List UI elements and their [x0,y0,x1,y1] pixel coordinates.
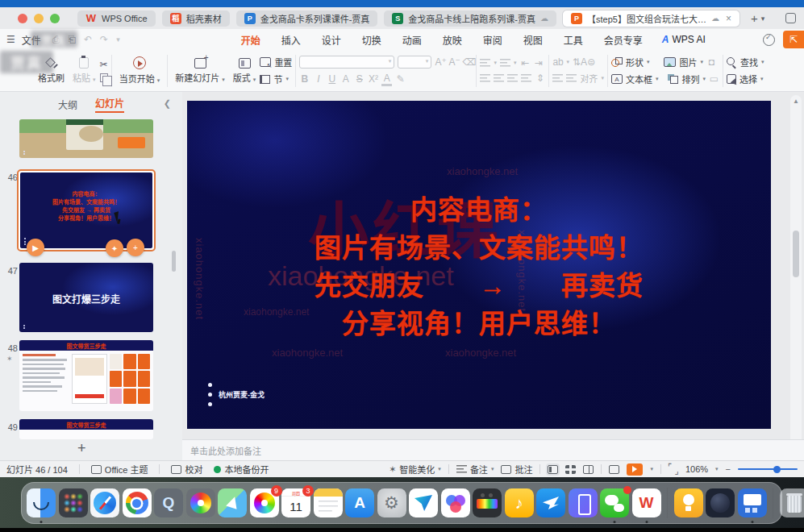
decrease-indent-icon[interactable]: ⇤ [519,57,530,69]
notes-button[interactable]: 备注 ▾ [456,463,494,476]
align-left-icon[interactable] [480,74,490,82]
collapse-panel-icon[interactable]: ❮ [164,98,171,109]
dock-speaker-app-icon[interactable] [706,488,735,517]
cut-icon[interactable]: ✂ [100,60,108,69]
new-tab-button[interactable]: + [751,11,758,25]
dock-safari-icon[interactable] [90,488,119,517]
slideshow-play-button[interactable] [627,463,643,476]
dock-photos-icon[interactable]: 9 [250,488,279,517]
tab-doc-2[interactable]: S 金戈商品卡线上陪跑系列课-贾真 ☁ [384,10,556,27]
tab-slides[interactable]: 幻灯片 [95,96,124,113]
find-button[interactable]: 查找▾ [727,56,764,69]
line-spacing-icon[interactable]: ⇕ [535,73,545,84]
dock-chrome-icon[interactable] [123,488,152,517]
underline-button[interactable]: U [327,73,337,85]
bullet-list-icon[interactable] [480,59,490,67]
dock-lightbulb-app-icon[interactable] [674,488,703,517]
scrollbar-thumb[interactable] [793,231,799,277]
normal-view-icon[interactable] [548,465,558,474]
new-slide-plus-button[interactable]: + [77,440,86,457]
close-tab-icon[interactable]: × [726,13,731,24]
select-button[interactable]: 选择▾ [727,73,764,85]
superscript-button[interactable]: X² [368,73,378,85]
tab-home[interactable]: 开始 [241,33,260,47]
outline-color-icon[interactable]: ▭ [709,73,719,85]
export-icon[interactable] [609,465,619,474]
dock-notes-icon[interactable] [314,488,343,517]
fill-color-icon[interactable]: ◘ [706,56,717,68]
dock-phone-mirror-icon[interactable] [569,488,598,517]
bold-button[interactable]: B [299,73,310,85]
tab-outline[interactable]: 大纲 [58,98,77,111]
new-slide-button[interactable]: 新建幻灯片 ▾ [171,56,229,85]
redo-icon[interactable]: ↷ [100,34,108,45]
tab-design[interactable]: 设计 [322,33,341,47]
clear-format-icon[interactable]: ⌫ [462,56,473,68]
section-button[interactable]: 节 ▾ [260,73,292,85]
dock-qq-browser-icon[interactable] [154,488,183,517]
tab-wps-home[interactable]: W WPS Office [77,10,156,27]
textbox-icon[interactable]: A [611,74,623,84]
window-stack-icon[interactable] [785,13,796,23]
slide-layout-button[interactable]: 版式 ▾ [229,56,260,85]
dock-class-app-icon[interactable] [738,488,767,517]
fit-to-window-icon[interactable] [669,464,678,474]
dock-thunder-icon[interactable] [409,488,438,517]
slide-thumbnail-45[interactable] [19,119,153,158]
dock-appstore-icon[interactable]: A [345,488,374,517]
tab-doc-active[interactable]: P 【step5】图文组合玩法七大… ☁ × [563,10,739,27]
tab-docer[interactable]: 稻 稻壳素材 [162,10,230,27]
font-family-select[interactable] [299,56,394,69]
slide-sorter-icon[interactable] [565,465,576,474]
arrange-icon[interactable] [668,74,678,84]
copy-icon[interactable] [100,73,108,82]
smart-beautify-button[interactable]: ✶ 智能美化 ▾ [389,463,441,476]
align-center-icon[interactable] [494,74,504,82]
char-spacing-icon[interactable]: ⇅A [573,56,583,68]
char-border-button[interactable]: A [340,73,351,85]
share-button[interactable]: ⇱ [783,31,804,48]
eye-protect-icon[interactable] [763,34,775,46]
tab-slideshow[interactable]: 放映 [443,33,462,47]
paragraph-number-icon[interactable] [566,74,577,82]
reading-view-icon[interactable] [583,465,594,474]
dock-dingtalk-icon[interactable] [536,488,565,517]
scroll-up-icon[interactable]: ▲ [790,98,802,105]
customize-chevron-icon[interactable]: ▾ [116,35,120,44]
align-right-icon[interactable] [507,74,518,82]
increase-font-icon[interactable]: A⁺ [435,56,445,68]
dock-calendar-icon[interactable]: 11 3 [281,488,310,517]
dock-meeting-icon[interactable] [441,488,470,517]
notes-pane[interactable]: 单击此处添加备注 [182,439,804,460]
numbered-list-icon[interactable] [500,59,510,67]
arrange-label[interactable]: 排列 [681,73,699,85]
align-objects-label[interactable]: 对齐 [580,72,598,85]
dock-browser-360-icon[interactable] [186,488,215,517]
font-color-button[interactable]: A [381,73,392,86]
italic-button[interactable]: I [313,73,323,85]
dock-maps-icon[interactable] [218,488,247,517]
font-size-select[interactable] [398,56,431,69]
beautify-slide-button[interactable]: ✦ [106,239,123,257]
dock-finder-icon[interactable] [27,488,56,517]
hamburger-menu-icon[interactable]: ☰ [6,34,15,45]
vertical-scrollbar[interactable]: ▲ ▼ [790,95,802,456]
justify-icon[interactable] [521,74,531,82]
paragraph-icon[interactable] [552,74,563,82]
paste-button[interactable]: 粘贴 ▾ [69,56,100,85]
dock-trash-icon[interactable] [780,488,804,517]
tab-member[interactable]: 会员专享 [604,33,643,47]
tab-view[interactable]: 视图 [523,33,543,47]
zoom-slider[interactable] [738,468,798,470]
dock-qq-music-icon[interactable]: ♪ [505,488,534,517]
picture-label[interactable]: 图片 [679,56,697,69]
tab-transition[interactable]: 切换 [362,33,381,47]
dock-wps-icon[interactable]: W [632,488,661,517]
text-direction-icon[interactable]: ab [552,56,563,68]
tab-insert[interactable]: 插入 [281,33,301,47]
zoom-window-button[interactable] [50,14,60,23]
theme-button[interactable]: Office 主题 [91,463,148,476]
zoom-out-button[interactable]: − [726,464,731,474]
slide-text-block[interactable]: 内容电商： 图片有场景、文案能共鸣！ 先交朋友 → 再卖货 分享视角！用户思维！ [187,191,771,343]
reset-slide-button[interactable]: 重置 [260,56,292,69]
